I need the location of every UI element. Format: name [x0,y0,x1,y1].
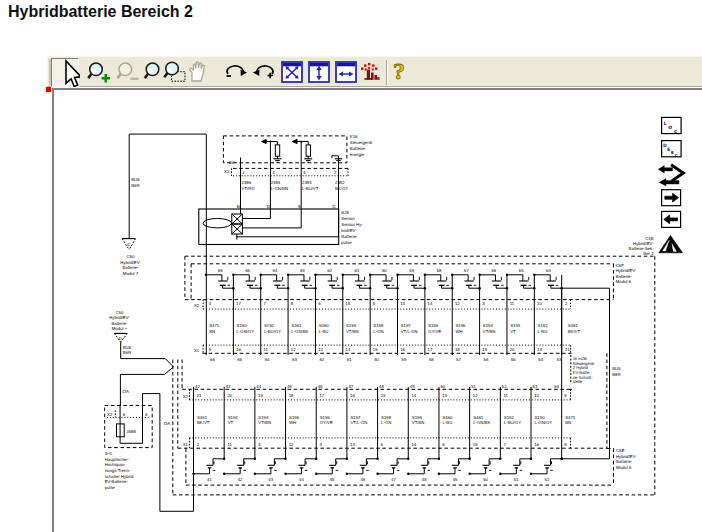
svg-text:L-GN/BK: L-GN/BK [473,420,490,425]
svg-text:J566: J566 [126,429,136,434]
svg-text:Hybrid/EV-: Hybrid/EV- [616,268,637,273]
svg-text:S-G: S-G [105,451,113,456]
svg-text:K16: K16 [350,134,358,139]
svg-text:VT/L-GN: VT/L-GN [401,329,418,334]
svg-text:58: 58 [429,357,434,362]
svg-text:61: 61 [355,268,360,273]
svg-text:s: s [671,150,674,156]
svg-text:47: 47 [391,477,396,482]
svg-text:L-GN/BN: L-GN/BN [271,186,288,191]
svg-text:5: 5 [145,412,148,417]
svg-text:54: 54 [554,384,559,389]
svg-text:Hochspan-: Hochspan- [105,462,126,467]
svg-text:B6R: B6R [131,183,139,188]
svg-text:S198: S198 [373,323,384,328]
svg-text:S193: S193 [510,323,521,328]
svg-text:OA: OA [164,421,171,426]
svg-text:21: 21 [565,347,570,352]
svg-text:2383: 2383 [302,180,312,185]
svg-text:S471: S471 [209,323,220,328]
svg-text:S197: S197 [350,415,361,420]
svg-text:S198: S198 [381,415,392,420]
svg-text:S194: S194 [258,415,269,420]
svg-text:X1: X1 [183,442,189,447]
svg-text:64: 64 [265,357,270,362]
svg-text:8: 8 [291,301,294,306]
svg-text:63: 63 [300,268,305,273]
svg-text:2386: 2386 [242,180,252,185]
svg-text:Modul 7: Modul 7 [123,271,139,276]
svg-text:19: 19 [258,393,263,398]
svg-text:15: 15 [373,347,378,352]
svg-text:16: 16 [236,347,241,352]
svg-text:2382: 2382 [335,180,345,185]
svg-text:64: 64 [273,268,278,273]
svg-text:WH: WH [455,329,462,334]
svg-text:6: 6 [442,442,445,447]
svg-text:BN: BN [209,329,215,334]
svg-text:BN: BN [565,420,571,425]
svg-text:C: C [332,204,336,209]
svg-text:Batterie-: Batterie- [350,146,367,151]
svg-text:Batterie-: Batterie- [616,274,633,279]
svg-text:VT/BN: VT/BN [483,329,496,334]
svg-text:S460: S460 [442,415,453,420]
svg-text:8: 8 [564,442,567,447]
svg-text:VT/RD: VT/RD [242,186,255,191]
svg-text:L-GN/BK: L-GN/BK [291,329,308,334]
svg-text:L-GN: L-GN [381,420,391,425]
svg-text:BU5: BU5 [123,345,132,350]
svg-text:14: 14 [428,301,433,306]
svg-text:50: 50 [483,477,488,482]
svg-text:46: 46 [360,477,365,482]
svg-text:S196: S196 [428,323,439,328]
svg-text:58: 58 [437,268,442,273]
svg-text:60: 60 [382,268,387,273]
svg-text:17: 17 [236,301,241,306]
svg-text:BK/GY: BK/GY [335,186,348,191]
svg-text:schalter Hybrid: schalter Hybrid [105,474,134,479]
svg-text:S192: S192 [538,323,549,328]
svg-text:S460: S460 [319,323,330,328]
svg-text:S195: S195 [289,415,300,420]
svg-text:Batterie-: Batterie- [111,321,128,326]
svg-text:Modul +: Modul + [112,326,128,331]
svg-text:19: 19 [482,347,487,352]
svg-text:Modul 6: Modul 6 [616,279,632,284]
svg-text:51: 51 [471,384,476,389]
svg-text:15: 15 [473,442,478,447]
svg-text:3: 3 [303,170,306,175]
svg-text:4: 4 [272,170,275,175]
svg-text:15: 15 [381,393,386,398]
svg-text:45: 45 [330,477,335,482]
svg-text:Ber 2: Ber 2 [643,251,654,256]
svg-text:S194: S194 [228,415,239,420]
svg-text:Batterie-: Batterie- [616,459,633,464]
svg-text:49: 49 [410,384,415,389]
svg-text:C: C [127,242,131,247]
svg-text:GY/VE: GY/VE [428,329,441,334]
svg-text:6: 6 [123,412,126,417]
svg-text:VT/L-GN: VT/L-GN [350,420,367,425]
svg-text:9: 9 [209,347,212,352]
svg-text:WH: WH [289,420,296,425]
svg-text:53: 53 [533,384,538,389]
svg-text:63: 63 [292,357,297,362]
svg-text:S199: S199 [346,323,357,328]
svg-text:57: 57 [456,357,461,362]
svg-text:S195: S195 [455,323,466,328]
svg-text:13: 13 [400,301,405,306]
svg-text:S199: S199 [412,415,423,420]
svg-text:X2: X2 [224,169,230,174]
svg-text:12: 12 [455,301,460,306]
svg-text:51: 51 [514,477,519,482]
svg-text:L-GN/GY: L-GN/GY [237,329,255,334]
svg-text:14: 14 [411,393,416,398]
svg-text:Batterie-: Batterie- [122,265,139,270]
svg-text:11: 11 [263,347,268,352]
svg-text:17: 17 [319,393,324,398]
svg-text:energie: energie [350,152,365,157]
svg-text:L-BU/GY: L-BU/GY [264,329,281,334]
svg-text:43: 43 [226,384,231,389]
svg-text:13: 13 [350,442,355,447]
